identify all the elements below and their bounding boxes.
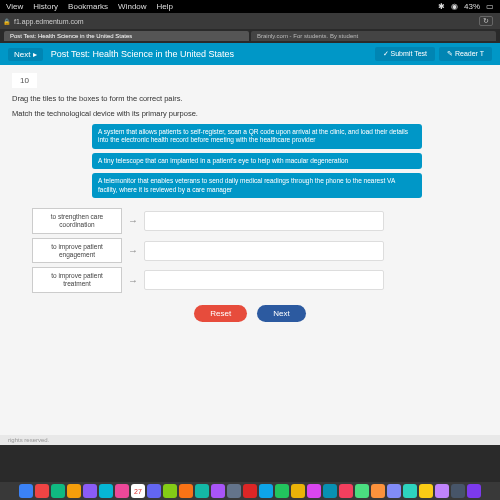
dock-app-icon[interactable] — [467, 484, 481, 498]
dock-app-icon[interactable] — [435, 484, 449, 498]
refresh-icon[interactable]: ↻ — [479, 16, 493, 26]
page-title: Post Test: Health Science in the United … — [51, 49, 371, 59]
battery-icon: ▭ — [486, 2, 494, 11]
label-treatment: to improve patient treatment — [32, 267, 122, 293]
dock-app-icon[interactable] — [35, 484, 49, 498]
dock-app-icon[interactable] — [243, 484, 257, 498]
battery-label: 43% — [464, 2, 480, 11]
dock-app-icon[interactable] — [307, 484, 321, 498]
dock-app-icon[interactable] — [99, 484, 113, 498]
drop-zone-1[interactable] — [144, 211, 384, 231]
dock-app-icon[interactable] — [83, 484, 97, 498]
dock-app-icon[interactable] — [339, 484, 353, 498]
dock-app-icon[interactable] — [51, 484, 65, 498]
macos-dock: 27 — [0, 482, 500, 500]
dock-app-icon[interactable] — [403, 484, 417, 498]
dock-app-icon[interactable] — [195, 484, 209, 498]
dock-app-icon[interactable] — [323, 484, 337, 498]
dock-app-icon[interactable] — [67, 484, 81, 498]
dock-app-icon[interactable] — [275, 484, 289, 498]
menu-help[interactable]: Help — [157, 2, 173, 11]
app-toolbar: Next ▸ Post Test: Health Science in the … — [0, 43, 500, 65]
action-buttons: Reset Next — [12, 305, 488, 322]
next-button[interactable]: Next — [257, 305, 305, 322]
macos-menubar: View History Bookmarks Window Help ✱ ◉ 4… — [0, 0, 500, 13]
reader-tools-button[interactable]: ✎ Reader T — [439, 47, 492, 61]
question-area: 10 Drag the tiles to the boxes to form t… — [0, 65, 500, 435]
dock-app-icon[interactable] — [179, 484, 193, 498]
arrow-icon: → — [128, 215, 138, 226]
dock-app-icon[interactable] — [355, 484, 369, 498]
dock-app-icon[interactable] — [227, 484, 241, 498]
menu-bookmarks[interactable]: Bookmarks — [68, 2, 108, 11]
drop-zone-2[interactable] — [144, 241, 384, 261]
footer-text: rights reserved. — [0, 435, 500, 445]
draggable-tiles: A system that allows patients to self-re… — [92, 124, 488, 198]
dock-app-icon[interactable] — [19, 484, 33, 498]
dock-app-icon[interactable] — [451, 484, 465, 498]
menu-history[interactable]: History — [33, 2, 58, 11]
dock-app-icon[interactable] — [259, 484, 273, 498]
reset-button[interactable]: Reset — [194, 305, 247, 322]
arrow-icon: → — [128, 245, 138, 256]
dock-app-icon[interactable] — [147, 484, 161, 498]
dock-app-icon[interactable] — [211, 484, 225, 498]
next-nav-button[interactable]: Next ▸ — [8, 48, 43, 61]
browser-toolbar: 🔒 f1.app.edmentum.com ↻ — [0, 13, 500, 29]
dock-app-icon[interactable] — [371, 484, 385, 498]
tile-2[interactable]: A tiny telescope that can implanted in a… — [92, 153, 422, 169]
dock-app-icon[interactable] — [387, 484, 401, 498]
dock-app-icon[interactable] — [419, 484, 433, 498]
tile-3[interactable]: A telemonitor that enables veterans to s… — [92, 173, 422, 198]
dock-app-icon[interactable] — [163, 484, 177, 498]
dock-app-icon[interactable] — [115, 484, 129, 498]
tab-edmentum[interactable]: Post Test: Health Science in the United … — [4, 31, 249, 41]
dock-app-icon[interactable] — [291, 484, 305, 498]
address-bar[interactable]: f1.app.edmentum.com — [14, 18, 84, 25]
tile-1[interactable]: A system that allows patients to self-re… — [92, 124, 422, 149]
browser-tabs: Post Test: Health Science in the United … — [0, 29, 500, 43]
label-coordination: to strengthen care coordination — [32, 208, 122, 234]
pair-row-1: to strengthen care coordination → — [32, 208, 488, 234]
label-engagement: to improve patient engagement — [32, 238, 122, 264]
submit-test-button[interactable]: ✓ Submit Test — [375, 47, 435, 61]
wifi-icon[interactable]: ◉ — [451, 2, 458, 11]
drop-zone-3[interactable] — [144, 270, 384, 290]
question-number: 10 — [12, 73, 37, 88]
tab-brainly[interactable]: Brainly.com - For students. By student — [251, 31, 496, 41]
lock-icon: 🔒 — [3, 18, 10, 25]
instruction-1: Drag the tiles to the boxes to form the … — [12, 94, 488, 103]
pair-row-2: to improve patient engagement → — [32, 238, 488, 264]
dock-app-icon[interactable]: 27 — [131, 484, 145, 498]
arrow-icon: → — [128, 275, 138, 286]
bluetooth-icon[interactable]: ✱ — [438, 2, 445, 11]
menu-view[interactable]: View — [6, 2, 23, 11]
pair-row-3: to improve patient treatment → — [32, 267, 488, 293]
menu-window[interactable]: Window — [118, 2, 146, 11]
instruction-2: Match the technological device with its … — [12, 109, 488, 118]
